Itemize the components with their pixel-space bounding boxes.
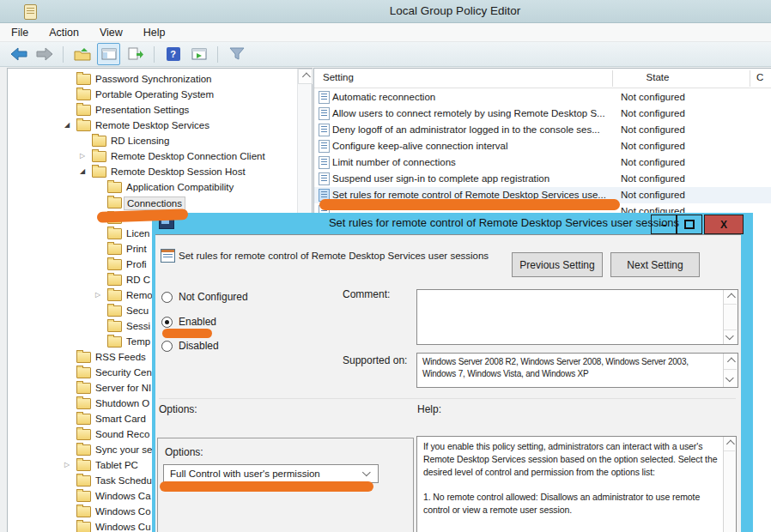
help-scrollbar[interactable] xyxy=(723,437,736,532)
column-divider[interactable] xyxy=(750,70,750,87)
column-header-setting[interactable]: Setting xyxy=(323,72,354,82)
back-arrow-icon xyxy=(10,47,27,61)
setting-state: Not configured xyxy=(621,173,685,184)
column-divider[interactable] xyxy=(612,70,613,87)
next-setting-button[interactable]: Next Setting xyxy=(610,252,700,277)
setting-state: Not configured xyxy=(621,108,685,118)
tree-item-label: Sessi xyxy=(124,320,153,332)
dialog-maximize-button[interactable] xyxy=(677,215,702,234)
menu-help[interactable]: Help xyxy=(143,27,166,39)
column-header-comment[interactable]: C xyxy=(756,72,763,82)
options-panel-label: Options: xyxy=(165,446,203,458)
folder-icon xyxy=(76,120,91,131)
tree-item-label: Windows Ca xyxy=(93,490,154,502)
up-one-level-button[interactable] xyxy=(71,44,93,64)
expand-arrow-icon[interactable]: ▷ xyxy=(78,152,87,160)
folder-icon xyxy=(76,506,91,517)
tree-item-label: Smart Card xyxy=(93,413,149,425)
folder-icon xyxy=(107,259,122,270)
policy-title: Set rules for remote control of Remote D… xyxy=(179,251,489,261)
expand-arrow-icon[interactable]: ▷ xyxy=(94,291,102,299)
policy-setting-icon xyxy=(319,156,330,169)
window-title: Local Group Policy Editor xyxy=(258,4,653,17)
supported-scrollbar[interactable] xyxy=(723,354,738,387)
folder-icon xyxy=(76,398,91,409)
maximize-icon xyxy=(684,220,695,229)
column-header-state[interactable]: State xyxy=(623,72,692,82)
folder-icon xyxy=(107,321,122,332)
tree-item-label: Password Synchronization xyxy=(93,73,215,85)
chevron-down-icon xyxy=(725,373,734,382)
radio-disabled[interactable]: Disabled xyxy=(161,339,219,353)
comment-scrollbar[interactable] xyxy=(723,290,738,344)
folder-icon xyxy=(107,290,122,301)
tree-item-label: Remote Desktop Services xyxy=(93,119,212,131)
previous-setting-button[interactable]: Previous Setting xyxy=(512,252,603,277)
tree-item-label: Presentation Settings xyxy=(93,104,191,116)
show-console-tree-button[interactable] xyxy=(97,43,120,65)
help-button[interactable]: ? xyxy=(162,44,184,64)
menu-action[interactable]: Action xyxy=(49,27,79,39)
help-box: If you enable this policy setting, admin… xyxy=(416,436,737,532)
scroll-up-button[interactable] xyxy=(724,290,737,305)
radio-button-icon[interactable] xyxy=(161,341,173,352)
dialog-close-button[interactable]: X xyxy=(704,215,744,234)
folder-icon xyxy=(92,166,106,178)
radio-not-configured[interactable]: Not Configured xyxy=(161,290,248,304)
tree-item-label: Print xyxy=(124,243,149,255)
collapse-arrow-icon[interactable]: ◢ xyxy=(78,167,87,175)
dropdown-value: Full Control with user's permission xyxy=(170,469,320,479)
tree-item-label: Licen xyxy=(124,227,153,239)
filter-button[interactable] xyxy=(226,44,247,64)
radio-button-icon[interactable] xyxy=(161,317,173,328)
scroll-up-button[interactable] xyxy=(298,69,313,84)
setting-name: Suspend user sign-in to complete app reg… xyxy=(332,173,549,184)
export-list-button[interactable] xyxy=(124,44,146,64)
menu-bar: FileActionViewHelp xyxy=(0,23,771,42)
expand-arrow-icon[interactable]: ▷ xyxy=(63,461,71,469)
tree-item-label: Remo xyxy=(124,289,155,301)
setting-state: Not configured xyxy=(621,124,685,135)
comment-textarea[interactable] xyxy=(416,289,738,345)
forward-button[interactable] xyxy=(33,44,55,64)
setting-row[interactable]: Allow users to connect remotely by using… xyxy=(314,106,771,122)
console-window-button[interactable] xyxy=(188,44,209,64)
menu-view[interactable]: View xyxy=(100,27,123,39)
back-button[interactable] xyxy=(8,44,29,64)
setting-row[interactable]: Suspend user sign-in to complete app reg… xyxy=(314,171,771,187)
console-window-icon xyxy=(191,48,207,60)
collapse-arrow-icon[interactable]: ◢ xyxy=(63,121,71,129)
folder-icon xyxy=(107,275,122,286)
tree-item-label: Security Cen xyxy=(93,366,155,378)
dialog-title: Set rules for remote control of Remote D… xyxy=(307,216,701,229)
policy-setting-icon xyxy=(319,91,330,104)
radio-label: Not Configured xyxy=(179,291,248,303)
setting-row[interactable]: Automatic reconnectionNot configured xyxy=(314,89,771,106)
menu-file[interactable]: File xyxy=(11,27,28,39)
radio-enabled[interactable]: Enabled xyxy=(161,315,216,329)
orange-highlighter-mark xyxy=(162,329,212,338)
folder-icon xyxy=(76,414,91,425)
scroll-down-button[interactable] xyxy=(724,372,737,387)
remote-control-level-dropdown[interactable]: Full Control with user's permission xyxy=(163,464,379,483)
setting-row[interactable]: Configure keep-alive connection interval… xyxy=(314,138,771,154)
chevron-up-icon xyxy=(726,439,735,448)
toolbar-separator xyxy=(217,46,218,63)
dialog-minimize-button[interactable]: – xyxy=(651,215,677,234)
tree-item-label: Connections xyxy=(124,196,185,210)
setting-row[interactable]: Limit number of connectionsNot configure… xyxy=(314,154,771,171)
policy-setting-icon xyxy=(319,140,330,153)
help-label: Help: xyxy=(417,403,441,415)
tree-item-label: Remote Desktop Session Host xyxy=(108,166,248,178)
toolbar-separator xyxy=(154,46,155,63)
scroll-up-button[interactable] xyxy=(724,437,735,451)
radio-button-icon[interactable] xyxy=(161,292,173,303)
tree-item-label: Server for NI xyxy=(93,382,154,394)
folder-icon xyxy=(76,89,91,100)
scroll-up-button[interactable] xyxy=(724,354,737,370)
setting-row[interactable]: Deny logoff of an administrator logged i… xyxy=(314,122,771,138)
scroll-down-button[interactable] xyxy=(724,329,737,344)
policy-setting-icon xyxy=(319,172,330,185)
orange-highlighter-mark xyxy=(160,481,373,492)
setting-name: Configure keep-alive connection interval xyxy=(332,141,508,151)
